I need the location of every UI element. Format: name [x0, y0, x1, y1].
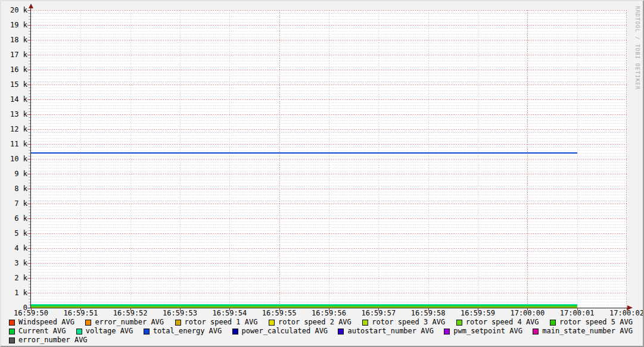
legend-swatch-icon [362, 320, 368, 326]
x-tick-label: 16:59:55 [262, 310, 297, 317]
legend-label: main_state_number AVG [542, 327, 633, 336]
legend-label: rotor speed 4 AVG [466, 318, 539, 327]
legend-swatch-icon [9, 320, 15, 326]
y-tick-label: 8 k [1, 185, 27, 192]
y-axis-line [30, 7, 31, 308]
y-tick-label: 4 k [1, 245, 27, 252]
legend-swatch-icon [9, 329, 15, 335]
legend-label: voltage AVG [86, 327, 133, 336]
legend-swatch-icon [9, 337, 15, 343]
x-tick-label: 16:59:57 [361, 310, 396, 317]
y-tick-label: 11 k [1, 140, 27, 148]
y-tick-label: 17 k [1, 51, 27, 58]
legend-label: error_number AVG [95, 318, 164, 327]
y-tick-label: 16 k [1, 66, 27, 73]
y-tick-label: 18 k [1, 36, 27, 43]
y-tick-label: 3 k [1, 260, 27, 267]
rrdtool-graph: 20 k19 k18 k17 k16 k15 k14 k13 k12 k11 k… [0, 0, 644, 347]
y-tick-label: 14 k [1, 96, 27, 103]
legend-item: rotor speed 5 AVG [550, 318, 633, 327]
legend-label: rotor speed 2 AVG [278, 318, 351, 327]
legend-swatch-icon [456, 320, 462, 326]
x-tick-label: 16:59:50 [14, 310, 48, 317]
legend-swatch-icon [533, 329, 539, 335]
legend-label: rotor speed 3 AVG [372, 318, 445, 327]
x-tick-label: 17:00:02 [609, 310, 644, 317]
legend-item: Windspeed AVG [9, 318, 74, 327]
legend-row: error_number AVG [9, 336, 633, 345]
y-tick-label: 19 k [1, 21, 27, 29]
x-axis-line [28, 308, 627, 308]
x-tick-label: 16:59:52 [113, 310, 148, 317]
y-tick-label: 10 k [1, 155, 27, 162]
grid-horizontal [31, 10, 627, 308]
legend-swatch-icon [144, 329, 150, 335]
y-tick-label: 1 k [1, 289, 27, 296]
legend-item: rotor speed 4 AVG [456, 318, 539, 327]
legend-label: Windspeed AVG [18, 318, 74, 327]
legend-item: rotor speed 2 AVG [269, 318, 351, 327]
x-tick-label: 16:59:56 [312, 310, 346, 317]
y-tick-label: 9 k [1, 170, 27, 177]
legend-swatch-icon [269, 320, 275, 326]
x-tick-label: 17:00:01 [560, 310, 595, 317]
y-tick-label: 7 k [1, 200, 27, 207]
y-tick-label: 13 k [1, 111, 27, 118]
legend-swatch-icon [338, 329, 344, 335]
legend-label: rotor speed 5 AVG [559, 318, 633, 327]
legend-label: pwm_setpoint AVG [453, 327, 522, 336]
x-tick-label: 16:59:59 [461, 310, 495, 317]
legend-label: power_calculated AVG [242, 327, 328, 336]
y-tick-label: 20 k [1, 7, 27, 14]
x-tick-label: 16:59:58 [411, 310, 446, 317]
x-tick-label: 17:00:00 [510, 310, 545, 317]
y-tick-label: 5 k [1, 230, 27, 237]
legend-swatch-icon [232, 329, 238, 335]
y-tick-label: 12 k [1, 126, 27, 133]
y-axis-arrow-icon [29, 4, 33, 8]
x-tick-label: 16:59:54 [212, 310, 247, 317]
legend-label: autostart_number AVG [347, 327, 434, 336]
legend-label: total_energy AVG [153, 327, 222, 336]
legend-label: rotor speed 1 AVG [185, 318, 258, 327]
series-line [31, 152, 577, 154]
y-tick-label: 6 k [1, 215, 27, 222]
legend-swatch-icon [175, 320, 181, 326]
legend-item: power_calculated AVG [232, 327, 328, 336]
legend-item: pwm_setpoint AVG [444, 327, 522, 336]
legend-item: error_number AVG [9, 336, 88, 345]
y-tick-label: 15 k [1, 81, 27, 88]
legend-item: rotor speed 1 AVG [175, 318, 258, 327]
plot-area [31, 10, 627, 308]
legend-item: main_state_number AVG [533, 327, 633, 336]
rrdtool-watermark: RRDTOOL / TOBI OETIKER [634, 6, 640, 90]
legend-row: Windspeed AVGerror_number AVGrotor speed… [9, 318, 633, 327]
legend-swatch-icon [444, 329, 450, 335]
legend-label: Current AVG [18, 327, 66, 336]
legend-item: total_energy AVG [144, 327, 222, 336]
legend-swatch-icon [550, 320, 556, 326]
legend-label: error_number AVG [18, 336, 88, 345]
y-tick-label: 2 k [1, 274, 27, 282]
legend-item: Current AVG [9, 327, 66, 336]
legend-swatch-icon [85, 320, 91, 326]
legend: Windspeed AVGerror_number AVGrotor speed… [9, 318, 633, 345]
x-tick-label: 16:59:51 [63, 310, 98, 317]
legend-item: voltage AVG [76, 327, 133, 336]
x-tick-label: 16:59:53 [163, 310, 197, 317]
legend-item: error_number AVG [85, 318, 164, 327]
legend-row: Current AVGvoltage AVGtotal_energy AVGpo… [9, 327, 633, 336]
legend-swatch-icon [76, 329, 82, 335]
legend-item: autostart_number AVG [338, 327, 434, 336]
legend-item: rotor speed 3 AVG [362, 318, 445, 327]
